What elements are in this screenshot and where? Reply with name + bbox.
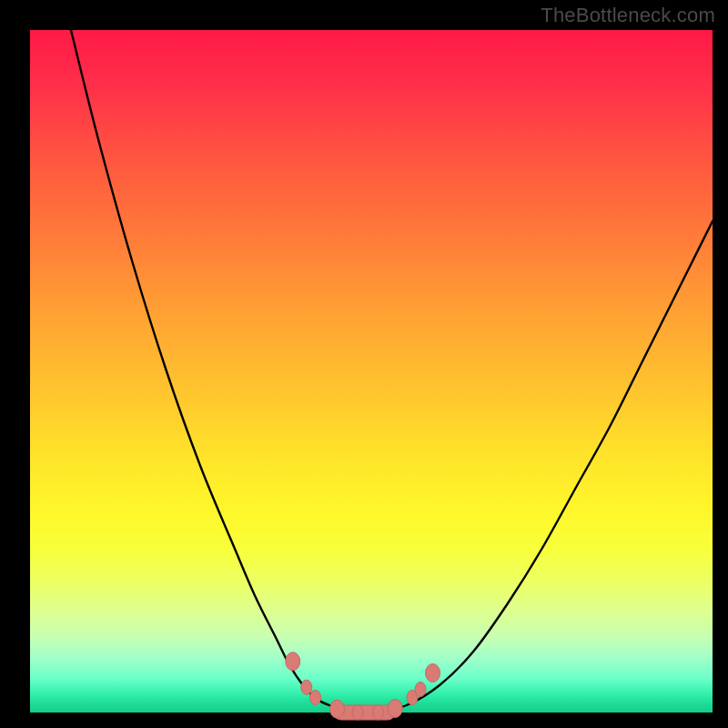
- chart-frame: TheBottleneck.com: [0, 0, 728, 728]
- curve-marker: [301, 680, 312, 694]
- curve-marker: [388, 700, 402, 718]
- plot-area: [30, 30, 713, 713]
- curve-layer: [30, 30, 713, 713]
- curve-marker: [373, 705, 384, 720]
- watermark-text: TheBottleneck.com: [541, 4, 715, 27]
- curve-marker: [352, 705, 363, 720]
- curve-marker: [310, 691, 321, 705]
- curve-marker: [415, 682, 426, 697]
- curve-marker: [426, 664, 440, 682]
- curve-marker: [330, 700, 345, 718]
- curve-marker: [286, 652, 300, 671]
- curve-markers: [286, 652, 440, 720]
- bottleneck-curve: [71, 30, 713, 713]
